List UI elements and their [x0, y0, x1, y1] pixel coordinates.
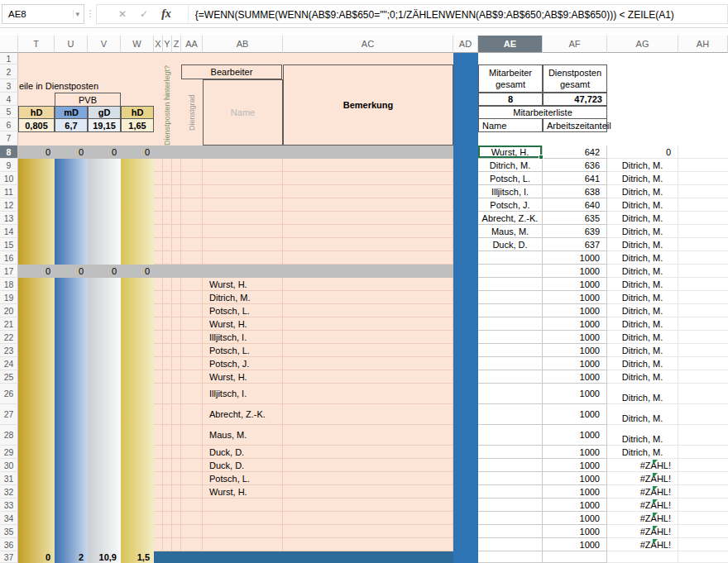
cell-AH31[interactable] — [678, 472, 728, 485]
cell-U19[interactable] — [55, 291, 88, 304]
cell-bemerkung[interactable]: Bemerkung — [283, 64, 453, 146]
cell-Y27[interactable] — [163, 404, 172, 425]
cell-AH34[interactable] — [678, 512, 728, 525]
cell-V32[interactable] — [88, 485, 121, 499]
cell-W35[interactable] — [121, 525, 154, 538]
dienstgrad-label[interactable]: Dienstgrad — [182, 79, 202, 146]
cell-Z23[interactable] — [172, 344, 181, 357]
cell-AA26[interactable] — [181, 384, 203, 404]
cell-W20[interactable] — [121, 304, 154, 317]
cell-AC36[interactable] — [283, 538, 453, 551]
cell-AB34[interactable] — [203, 512, 283, 525]
cell-U20[interactable] — [55, 304, 88, 317]
cell-U16[interactable] — [55, 251, 88, 265]
cell-Y30[interactable] — [163, 459, 172, 472]
cell-AF16[interactable]: 1000 — [543, 251, 607, 265]
cell-X34[interactable] — [154, 512, 163, 525]
cell-V17[interactable]: 0 — [88, 265, 121, 278]
cell-AF30[interactable]: 1000 — [543, 459, 607, 472]
cell-Z36[interactable] — [172, 538, 181, 551]
cell-AG36[interactable]: #ZAHL! — [607, 538, 678, 551]
cell-X21[interactable] — [154, 317, 163, 331]
cell-T12[interactable] — [18, 198, 55, 212]
dienstposten-hinterlegt-label[interactable]: Dienstposten hinterlegt? — [155, 64, 180, 146]
cell-U29[interactable] — [55, 446, 88, 459]
cell-grade-gd[interactable]: gD — [88, 106, 121, 119]
cell-Z22[interactable] — [172, 331, 181, 344]
cell-T25[interactable] — [18, 370, 55, 384]
cell-W13[interactable] — [121, 212, 154, 225]
cell-AD35[interactable] — [453, 525, 478, 538]
cell-Z21[interactable] — [172, 317, 181, 331]
cell-AB14[interactable] — [203, 225, 283, 238]
cell-Y16[interactable] — [163, 251, 172, 265]
cell-grade-value-2[interactable]: 6,7 — [55, 118, 88, 132]
column-header-X[interactable]: X — [154, 36, 163, 53]
cell-AH35[interactable] — [678, 525, 728, 538]
cell-AG30[interactable]: #ZAHL! — [607, 459, 678, 472]
cell-AE23[interactable] — [478, 344, 543, 357]
cell-T27[interactable] — [18, 404, 55, 425]
chevron-down-icon[interactable]: ▾ — [73, 10, 81, 18]
cell-X19[interactable] — [154, 291, 163, 304]
cell-AG15[interactable]: Ditrich, M. — [607, 238, 678, 251]
cell-AA13[interactable] — [181, 212, 203, 225]
cell-V25[interactable] — [88, 370, 121, 384]
cell-Y36[interactable] — [163, 538, 172, 551]
cell-AH29[interactable] — [678, 446, 728, 459]
row-header-8[interactable]: 8 — [0, 146, 18, 159]
cell-AG17[interactable]: Ditrich, M. — [607, 265, 678, 278]
cell-AA9[interactable] — [181, 159, 203, 172]
cell-AF22[interactable]: 1000 — [543, 331, 607, 344]
cell-V37[interactable]: 10,9 — [88, 551, 121, 563]
cell-Z28[interactable] — [172, 425, 181, 446]
cell-AG35[interactable]: #ZAHL! — [607, 525, 678, 538]
cell-U10[interactable] — [55, 172, 88, 185]
cell-AF19[interactable]: 1000 — [543, 291, 607, 304]
cell-X16[interactable] — [154, 251, 163, 265]
cell-AA11[interactable] — [181, 185, 203, 198]
cell-AG19[interactable]: Ditrich, M. — [607, 291, 678, 304]
cell-AA32[interactable] — [181, 485, 203, 499]
cell-Z33[interactable] — [172, 499, 181, 512]
cell-U27[interactable] — [55, 404, 88, 425]
cell-AD21[interactable] — [453, 317, 478, 331]
cell-AD37[interactable] — [453, 551, 478, 563]
cell-AE35[interactable] — [478, 525, 543, 538]
cell-W31[interactable] — [121, 472, 154, 485]
cell-U18[interactable] — [55, 278, 88, 291]
cell-V34[interactable] — [88, 512, 121, 525]
cell-AC29[interactable] — [283, 446, 453, 459]
cell-AD29[interactable] — [453, 446, 478, 459]
cell-T23[interactable] — [18, 344, 55, 357]
cell-AD27[interactable] — [453, 404, 478, 425]
row-header-19[interactable]: 19 — [0, 291, 18, 304]
row-header-21[interactable]: 21 — [0, 317, 18, 331]
cell-T15[interactable] — [18, 238, 55, 251]
row-header-17[interactable]: 17 — [0, 265, 18, 278]
cell-AB23[interactable]: Potsch, L. — [203, 344, 283, 357]
cell-AD11[interactable] — [453, 185, 478, 198]
cell-T20[interactable] — [18, 304, 55, 317]
cell-W19[interactable] — [121, 291, 154, 304]
cell-Z32[interactable] — [172, 485, 181, 499]
cell-AB15[interactable] — [203, 238, 283, 251]
cell-AG20[interactable]: Ditrich, M. — [607, 304, 678, 317]
cell-T28[interactable] — [18, 425, 55, 446]
cell-AA18[interactable] — [181, 278, 203, 291]
cell-AF31[interactable]: 1000 — [543, 472, 607, 485]
cell-T34[interactable] — [18, 512, 55, 525]
cell-W25[interactable] — [121, 370, 154, 384]
cell-AF28[interactable]: 1000 — [543, 425, 607, 446]
cell-Z26[interactable] — [172, 384, 181, 404]
column-header-Y[interactable]: Y — [163, 36, 172, 53]
cell-AD19[interactable] — [453, 291, 478, 304]
column-header-AD[interactable]: AD — [453, 36, 478, 53]
cell-W28[interactable] — [121, 425, 154, 446]
cell-AH10[interactable] — [678, 172, 728, 185]
cell-W11[interactable] — [121, 185, 154, 198]
cell-V23[interactable] — [88, 344, 121, 357]
cell-V24[interactable] — [88, 357, 121, 370]
cell-Z14[interactable] — [172, 225, 181, 238]
cell-Y11[interactable] — [163, 185, 172, 198]
